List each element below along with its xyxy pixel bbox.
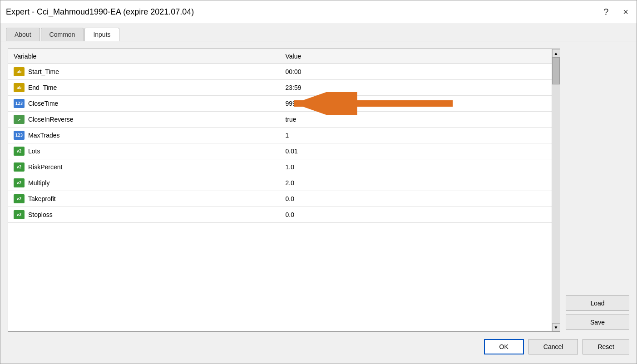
v2-icon: v2 [14, 210, 25, 219]
v2-icon: v2 [14, 162, 25, 172]
close-button[interactable]: × [620, 6, 631, 18]
variable-name: Takeprofit [28, 195, 56, 202]
col-variable-header: Variable [8, 49, 280, 64]
scroll-down-button[interactable]: ▼ [552, 323, 560, 331]
value-cell[interactable]: 23:59 [280, 80, 552, 96]
bottom-bar: OK Cancel Reset [0, 332, 637, 364]
v2-icon: v2 [14, 194, 25, 203]
ab-icon: ab [14, 83, 25, 92]
variable-cell: ab End_Time [8, 80, 280, 96]
variable-cell: 123 MaxTrades [8, 128, 280, 143]
variable-name: Stoploss [28, 211, 53, 218]
variable-cell: v2 Takeprofit [8, 191, 280, 207]
scroll-thumb[interactable] [552, 57, 560, 84]
v2-icon: v2 [14, 178, 25, 187]
variable-name: MaxTrades [28, 132, 60, 139]
table-row: v2 Stoploss 0.0 [8, 207, 552, 223]
help-button[interactable]: ? [601, 6, 611, 18]
side-buttons: Load Save [566, 49, 629, 332]
variable-cell: v2 RiskPercent [8, 159, 280, 175]
tab-about[interactable]: About [6, 28, 40, 41]
value-cell[interactable]: 00:00 [280, 64, 552, 80]
ok-button[interactable]: OK [484, 339, 524, 354]
variable-name: Lots [28, 148, 40, 155]
col-value-header: Value [280, 49, 552, 64]
arrow-icon-badge: ↗ [14, 115, 25, 124]
num-icon: 123 [14, 99, 25, 108]
table-row: ↗ CloseInReverse true [8, 112, 552, 128]
window-title: Expert - Cci_Mahmoud1990-EA (expire 2021… [6, 7, 601, 17]
variable-name: Start_Time [28, 68, 59, 75]
table-row: ab End_Time 23:59 [8, 80, 552, 96]
ab-icon: ab [14, 67, 25, 76]
inputs-table: Variable Value ab [8, 49, 552, 223]
value-cell[interactable]: 2.0 [280, 175, 552, 191]
value-cell[interactable]: 0.0 [280, 191, 552, 207]
title-bar: Expert - Cci_Mahmoud1990-EA (expire 2021… [0, 0, 637, 24]
reset-button[interactable]: Reset [583, 339, 629, 354]
variable-cell: ab Start_Time [8, 64, 280, 80]
table-row: 123 MaxTrades 1 [8, 128, 552, 143]
scrollbar[interactable]: ▲ ▼ [552, 49, 560, 331]
variable-name: End_Time [28, 84, 57, 91]
title-controls: ? × [601, 6, 631, 18]
table-row: v2 Lots 0.01 [8, 143, 552, 159]
table-container: Variable Value ab [8, 49, 560, 332]
variable-cell: 123 CloseTime [8, 96, 280, 112]
variable-name: CloseInReverse [28, 116, 74, 123]
table-row: ab Start_Time 00:00 [8, 64, 552, 80]
table-scroll[interactable]: Variable Value ab [8, 49, 552, 331]
main-window: Expert - Cci_Mahmoud1990-EA (expire 2021… [0, 0, 637, 364]
variable-cell: v2 Lots [8, 143, 280, 159]
value-cell[interactable]: 0.0 [280, 207, 552, 223]
cancel-button[interactable]: Cancel [528, 339, 578, 354]
variable-cell: ↗ CloseInReverse [8, 112, 280, 128]
v2-icon: v2 [14, 147, 25, 156]
variable-name: Multiply [28, 179, 49, 187]
table-row: v2 RiskPercent 1.0 [8, 159, 552, 175]
scroll-up-button[interactable]: ▲ [552, 49, 560, 57]
value-cell[interactable]: 999 [280, 96, 552, 112]
value-cell[interactable]: 1.0 [280, 159, 552, 175]
variable-name: RiskPercent [28, 163, 62, 171]
scroll-track[interactable] [552, 57, 560, 323]
content-area: Variable Value ab [0, 41, 637, 332]
tab-inputs[interactable]: Inputs [84, 28, 119, 41]
value-cell[interactable]: 1 [280, 128, 552, 143]
save-button[interactable]: Save [566, 315, 629, 330]
table-wrapper: Variable Value ab [8, 49, 560, 332]
variable-cell: v2 Multiply [8, 175, 280, 191]
value-cell[interactable]: true [280, 112, 552, 128]
tabs-bar: About Common Inputs [0, 24, 637, 41]
table-row: v2 Takeprofit 0.0 [8, 191, 552, 207]
table-row: v2 Multiply 2.0 [8, 175, 552, 191]
main-layout: Variable Value ab [8, 49, 629, 332]
tab-common[interactable]: Common [41, 28, 84, 41]
table-row: 123 CloseTime 999 [8, 96, 552, 112]
variable-cell: v2 Stoploss [8, 207, 280, 223]
num-icon: 123 [14, 131, 25, 140]
value-cell[interactable]: 0.01 [280, 143, 552, 159]
load-button[interactable]: Load [566, 295, 629, 311]
variable-name: CloseTime [28, 100, 58, 107]
